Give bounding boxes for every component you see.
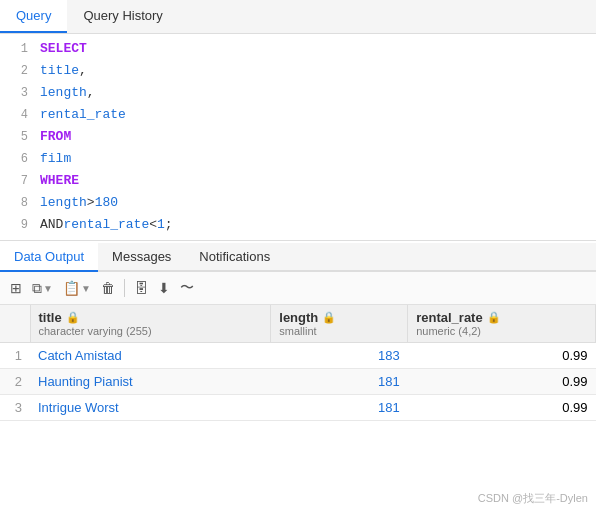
delete-icon: 🗑 xyxy=(101,280,115,296)
col-header-rental_rate: rental_rate🔒numeric (4,2) xyxy=(408,305,596,343)
code-line-8: 8 length > 180 xyxy=(0,192,596,214)
line-number: 7 xyxy=(4,170,28,192)
row-number: 1 xyxy=(0,343,30,369)
graph-button[interactable]: 〜 xyxy=(176,276,198,300)
code-line-3: 3 length, xyxy=(0,82,596,104)
cell-length: 181 xyxy=(271,369,408,395)
data-toolbar: ⊞ ⧉ ▼ 📋 ▼ 🗑 🗄 ⬇ 〜 xyxy=(0,272,596,305)
code-line-6: 6 film xyxy=(0,148,596,170)
db-connect-button[interactable]: 🗄 xyxy=(130,277,152,299)
add-row-icon: ⊞ xyxy=(10,280,22,296)
code-token-field: length xyxy=(40,192,87,214)
add-row-button[interactable]: ⊞ xyxy=(6,277,26,299)
col-name: rental_rate🔒 xyxy=(416,310,587,325)
tab-data-output[interactable]: Data Output xyxy=(0,243,98,272)
code-token-plain: > xyxy=(87,192,95,214)
lock-icon: 🔒 xyxy=(487,311,501,324)
download-button[interactable]: ⬇ xyxy=(154,277,174,299)
download-icon: ⬇ xyxy=(158,280,170,296)
col-header-rownum xyxy=(0,305,30,343)
cell-length: 181 xyxy=(271,395,408,421)
cell-rental-rate: 0.99 xyxy=(408,343,596,369)
code-token-plain: < xyxy=(149,214,157,236)
code-token-plain: , xyxy=(79,60,87,82)
line-number: 9 xyxy=(4,214,28,236)
tab-query[interactable]: Query xyxy=(0,0,67,33)
col-header-title: title🔒character varying (255) xyxy=(30,305,271,343)
line-number: 5 xyxy=(4,126,28,148)
code-token-field: rental_rate xyxy=(40,104,126,126)
delete-button[interactable]: 🗑 xyxy=(97,277,119,299)
db-icon: 🗄 xyxy=(134,280,148,296)
lock-icon: 🔒 xyxy=(322,311,336,324)
code-line-2: 2 title, xyxy=(0,60,596,82)
col-header-length: length🔒smallint xyxy=(271,305,408,343)
paste-icon: 📋 xyxy=(63,280,80,296)
code-token-kw: FROM xyxy=(40,126,71,148)
cell-rental-rate: 0.99 xyxy=(408,395,596,421)
line-number: 3 xyxy=(4,82,28,104)
graph-icon: 〜 xyxy=(180,279,194,297)
cell-length: 183 xyxy=(271,343,408,369)
code-token-field: length xyxy=(40,82,87,104)
cell-rental-rate: 0.99 xyxy=(408,369,596,395)
tab-notifications[interactable]: Notifications xyxy=(185,243,284,272)
paste-chevron: ▼ xyxy=(81,283,91,294)
col-name: title🔒 xyxy=(39,310,263,325)
query-editor[interactable]: 1SELECT2 title,3 length,4 rental_rate5FR… xyxy=(0,34,596,241)
copy-chevron: ▼ xyxy=(43,283,53,294)
code-token-plain: AND xyxy=(40,214,63,236)
col-type: smallint xyxy=(279,325,399,337)
code-line-1: 1SELECT xyxy=(0,38,596,60)
code-token-num: 1 xyxy=(157,214,165,236)
tab-query-history[interactable]: Query History xyxy=(67,0,178,33)
code-token-field: title xyxy=(40,60,79,82)
data-table-wrapper: title🔒character varying (255)length🔒smal… xyxy=(0,305,596,507)
code-token-field: rental_rate xyxy=(63,214,149,236)
toolbar-separator xyxy=(124,279,125,297)
copy-button[interactable]: ⧉ ▼ xyxy=(28,277,57,300)
col-type: character varying (255) xyxy=(39,325,263,337)
col-type: numeric (4,2) xyxy=(416,325,587,337)
cell-title[interactable]: Haunting Pianist xyxy=(30,369,271,395)
row-number: 2 xyxy=(0,369,30,395)
cell-title[interactable]: Catch Amistad xyxy=(30,343,271,369)
code-token-kw: WHERE xyxy=(40,170,79,192)
code-token-plain: , xyxy=(87,82,95,104)
bottom-tab-bar: Data Output Messages Notifications xyxy=(0,243,596,272)
code-line-4: 4 rental_rate xyxy=(0,104,596,126)
table-row: 3Intrigue Worst1810.99 xyxy=(0,395,596,421)
watermark: CSDN @找三年-Dylen xyxy=(478,491,588,506)
code-line-7: 7WHERE xyxy=(0,170,596,192)
top-tab-bar: Query Query History xyxy=(0,0,596,34)
code-token-plain: ; xyxy=(165,214,173,236)
table-row: 2Haunting Pianist1810.99 xyxy=(0,369,596,395)
line-number: 6 xyxy=(4,148,28,170)
table-row: 1Catch Amistad1830.99 xyxy=(0,343,596,369)
line-number: 4 xyxy=(4,104,28,126)
copy-icon: ⧉ xyxy=(32,280,42,297)
code-token-kw: SELECT xyxy=(40,38,87,60)
code-token-num: 180 xyxy=(95,192,118,214)
tab-messages[interactable]: Messages xyxy=(98,243,185,272)
code-line-5: 5FROM xyxy=(0,126,596,148)
line-number: 2 xyxy=(4,60,28,82)
col-name: length🔒 xyxy=(279,310,399,325)
line-number: 8 xyxy=(4,192,28,214)
code-token-field: film xyxy=(40,148,71,170)
line-number: 1 xyxy=(4,38,28,60)
row-number: 3 xyxy=(0,395,30,421)
paste-button[interactable]: 📋 ▼ xyxy=(59,277,95,299)
data-table: title🔒character varying (255)length🔒smal… xyxy=(0,305,596,421)
cell-title[interactable]: Intrigue Worst xyxy=(30,395,271,421)
lock-icon: 🔒 xyxy=(66,311,80,324)
code-line-9: 9 AND rental_rate < 1; xyxy=(0,214,596,236)
